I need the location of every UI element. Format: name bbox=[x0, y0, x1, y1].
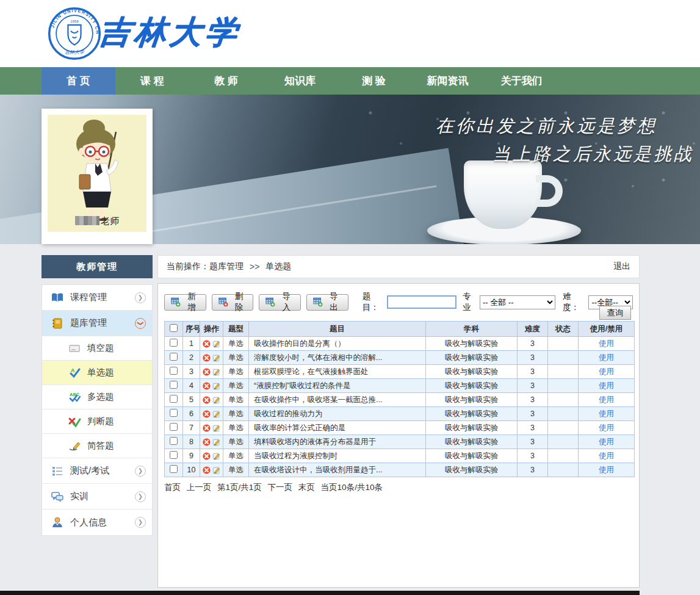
delete-row-icon[interactable] bbox=[203, 381, 211, 391]
row-difficulty: 3 bbox=[518, 421, 548, 435]
edit-row-icon[interactable] bbox=[212, 367, 220, 377]
delete-row-icon[interactable] bbox=[203, 395, 211, 405]
nav-item-quiz[interactable]: 测 验 bbox=[337, 67, 411, 95]
edit-row-icon[interactable] bbox=[212, 381, 220, 391]
delete-row-icon[interactable] bbox=[203, 424, 211, 433]
edit-row-icon[interactable] bbox=[212, 438, 220, 447]
pagination-page-info: 第1页/共1页 bbox=[217, 483, 262, 492]
row-no: 8 bbox=[183, 435, 200, 449]
sidebar-menu: 课程管理 ❯ 题库管理 ❯ 填空题 A 单选题 ABC 多选题 bbox=[41, 284, 153, 536]
edit-row-icon[interactable] bbox=[212, 395, 220, 405]
sidebar-item-question-bank[interactable]: 题库管理 ❯ bbox=[42, 311, 152, 336]
sidebar-item-fill-blank[interactable]: 填空题 bbox=[42, 336, 152, 361]
row-no: 2 bbox=[183, 351, 200, 365]
pagination-prev[interactable]: 上一页 bbox=[187, 483, 212, 492]
row-op bbox=[200, 407, 223, 421]
row-op bbox=[200, 421, 223, 435]
row-checkbox[interactable] bbox=[170, 451, 178, 459]
edit-row-icon[interactable] bbox=[212, 339, 220, 348]
delete-row-icon[interactable] bbox=[203, 339, 211, 348]
sidebar-item-judge[interactable]: 判断题 bbox=[42, 409, 152, 434]
row-difficulty: 3 bbox=[518, 393, 548, 407]
row-checkbox[interactable] bbox=[170, 437, 178, 445]
sidebar-item-short-answer[interactable]: 简答题 bbox=[42, 434, 152, 458]
nav-item-teachers[interactable]: 教 师 bbox=[189, 67, 263, 95]
row-checkbox[interactable] bbox=[170, 423, 178, 431]
logout-link[interactable]: 退出 bbox=[613, 261, 630, 272]
delete-row-icon[interactable] bbox=[203, 452, 211, 461]
delete-row-icon[interactable] bbox=[203, 353, 211, 362]
export-button[interactable]: 导出 bbox=[306, 294, 348, 311]
table-row: 8单选填料吸收塔内的液体再分布器是用于吸收与解吸实验3使用 bbox=[165, 435, 635, 449]
row-title: “液膜控制”吸收过程的条件是 bbox=[249, 379, 426, 393]
use-toggle-link[interactable]: 使用 bbox=[599, 367, 614, 376]
main-nav: 首 页 课 程 教 师 知识库 测 验 新闻资讯 关于我们 bbox=[0, 67, 700, 95]
row-checkbox[interactable] bbox=[170, 367, 178, 375]
breadcrumb-separator: >> bbox=[250, 262, 259, 272]
row-subject: 吸收与解吸实验 bbox=[426, 421, 518, 435]
row-type: 单选 bbox=[223, 407, 249, 421]
row-checkbox[interactable] bbox=[170, 381, 178, 389]
sidebar-item-single-choice[interactable]: A 单选题 bbox=[42, 361, 152, 385]
use-toggle-link[interactable]: 使用 bbox=[599, 353, 614, 362]
nav-item-about[interactable]: 关于我们 bbox=[485, 67, 558, 95]
use-toggle-link[interactable]: 使用 bbox=[599, 339, 614, 348]
use-toggle-link[interactable]: 使用 bbox=[599, 452, 614, 460]
delete-row-icon[interactable] bbox=[203, 466, 211, 475]
search-button[interactable]: 查询 bbox=[599, 306, 631, 320]
row-difficulty: 3 bbox=[518, 351, 548, 365]
input-box-icon bbox=[68, 342, 81, 355]
row-no: 5 bbox=[183, 393, 200, 407]
row-checkbox[interactable] bbox=[170, 353, 178, 361]
delete-row-icon[interactable] bbox=[203, 409, 211, 419]
use-toggle-link[interactable]: 使用 bbox=[599, 395, 614, 404]
row-checkbox[interactable] bbox=[170, 339, 178, 347]
use-toggle-link[interactable]: 使用 bbox=[599, 381, 614, 390]
use-toggle-link[interactable]: 使用 bbox=[599, 438, 614, 446]
pagination-last[interactable]: 末页 bbox=[298, 483, 315, 492]
row-title: 溶解度较小时，气体在液相中的溶解... bbox=[249, 351, 426, 365]
sidebar-item-label: 多选题 bbox=[87, 391, 146, 403]
sidebar-item-course-mgmt[interactable]: 课程管理 ❯ bbox=[42, 285, 152, 311]
header-checkbox-cell bbox=[165, 322, 183, 337]
row-checkbox[interactable] bbox=[170, 465, 178, 473]
row-checkbox[interactable] bbox=[170, 409, 178, 417]
row-checkbox[interactable] bbox=[170, 395, 178, 403]
row-op bbox=[200, 379, 223, 393]
add-button[interactable]: 新增 bbox=[164, 294, 206, 311]
teacher-avatar-card: 老师 bbox=[41, 109, 153, 244]
pagination-next[interactable]: 下一页 bbox=[268, 483, 293, 492]
delete-row-icon[interactable] bbox=[203, 438, 211, 447]
row-title: 在吸收塔设计中，当吸收剂用量趋于... bbox=[249, 463, 426, 477]
major-filter-select[interactable]: -- 全部 -- bbox=[480, 295, 555, 309]
use-toggle-link[interactable]: 使用 bbox=[599, 424, 614, 432]
import-button[interactable]: 导入 bbox=[259, 294, 301, 311]
sidebar-item-practice[interactable]: 实训 ❯ bbox=[42, 484, 152, 510]
edit-row-icon[interactable] bbox=[212, 452, 220, 461]
edit-row-icon[interactable] bbox=[212, 409, 220, 419]
use-toggle-link[interactable]: 使用 bbox=[599, 409, 614, 418]
row-no: 7 bbox=[183, 421, 200, 435]
sidebar-item-multi-choice[interactable]: ABC 多选题 bbox=[42, 385, 152, 409]
nav-item-courses[interactable]: 课 程 bbox=[115, 67, 189, 95]
sidebar-item-profile[interactable]: 个人信息 ❯ bbox=[42, 510, 152, 535]
delete-row-icon[interactable] bbox=[203, 367, 211, 377]
pagination-first[interactable]: 首页 bbox=[164, 483, 181, 492]
edit-row-icon[interactable] bbox=[212, 353, 220, 362]
use-toggle-link[interactable]: 使用 bbox=[599, 466, 614, 474]
nav-item-home[interactable]: 首 页 bbox=[41, 67, 115, 95]
row-title: 根据双膜理论，在气液接触界面处 bbox=[249, 365, 426, 379]
delete-button[interactable]: 删除 bbox=[212, 294, 254, 311]
row-subject: 吸收与解吸实验 bbox=[426, 435, 518, 449]
sidebar-item-label: 测试/考试 bbox=[70, 465, 135, 477]
sidebar-item-label: 单选题 bbox=[87, 367, 146, 378]
nav-item-news[interactable]: 新闻资讯 bbox=[411, 67, 485, 95]
row-subject: 吸收与解吸实验 bbox=[426, 449, 518, 463]
edit-row-icon[interactable] bbox=[212, 466, 220, 475]
edit-row-icon[interactable] bbox=[212, 424, 220, 433]
select-all-checkbox[interactable] bbox=[170, 324, 178, 332]
sidebar-item-tests[interactable]: 测试/考试 ❯ bbox=[42, 458, 152, 484]
nav-item-knowledge[interactable]: 知识库 bbox=[263, 67, 337, 95]
row-op bbox=[200, 337, 223, 351]
title-filter-input[interactable] bbox=[387, 295, 456, 309]
